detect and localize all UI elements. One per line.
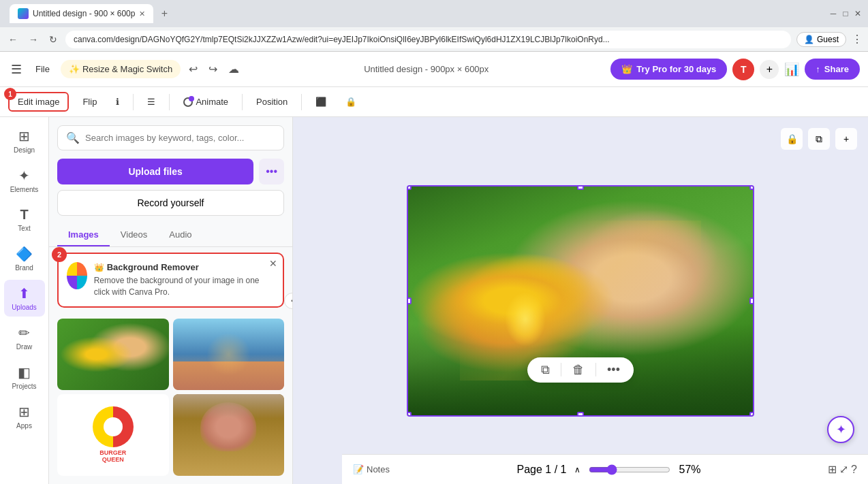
left-sidebar: ⊞ Design ✦ Elements T Text 🔷 Brand ⬆ Upl… [0, 117, 49, 484]
image-thumb-4[interactable] [173, 394, 285, 476]
forward-btn[interactable]: → [26, 31, 41, 48]
bg-card-text: 👑 Background Remover Remove the backgrou… [94, 262, 275, 298]
step2-badge: 2 [52, 247, 67, 262]
align-btn[interactable]: ☰ [142, 93, 161, 110]
panel-tabs: Images Videos Audio [49, 224, 292, 247]
canvas-add-page-btn[interactable]: + [835, 128, 857, 150]
close-btn[interactable]: ✕ [853, 9, 863, 18]
minimize-btn[interactable]: ─ [828, 9, 838, 18]
sidebar-item-draw[interactable]: ✏ Draw [4, 319, 45, 356]
sidebar-label-brand: Brand [15, 264, 33, 272]
new-tab-btn[interactable]: + [156, 5, 172, 22]
plus-btn[interactable]: + [760, 60, 779, 79]
sidebar-item-uploads[interactable]: ⬆ Uploads [4, 280, 45, 317]
sidebar-item-elements[interactable]: ✦ Elements [4, 162, 45, 199]
window-controls: ─ □ ✕ [828, 9, 863, 18]
sidebar-item-apps[interactable]: ⊞ Apps [4, 398, 45, 435]
image-thumb-3[interactable]: BURGERQUEEN [57, 394, 169, 476]
grid-view-btn[interactable]: ⊞ [828, 463, 837, 476]
refresh-btn[interactable]: ↻ [46, 31, 60, 48]
image-thumb-1[interactable] [57, 319, 169, 390]
handle-ml[interactable] [407, 297, 412, 304]
tab-close-btn[interactable]: ✕ [139, 10, 145, 18]
back-btn[interactable]: ← [5, 31, 20, 48]
flip-btn[interactable]: Flip [77, 93, 102, 110]
address-input[interactable] [65, 31, 791, 48]
magic-switch-btn[interactable]: ✨ Resize & Magic Switch [61, 60, 181, 78]
search-box[interactable]: 🔍 [57, 125, 284, 150]
info-btn[interactable]: ℹ [110, 93, 125, 110]
handle-tr[interactable] [749, 185, 754, 190]
notes-label: Notes [367, 464, 390, 474]
cloud-btn[interactable]: ☁ [226, 60, 242, 78]
toolbar-divider4 [301, 94, 302, 110]
sidebar-label-projects: Projects [12, 383, 36, 390]
image-thumb-2[interactable] [173, 319, 285, 390]
undo-btn[interactable]: ↩ [186, 60, 200, 78]
tab-title: Untitled design - 900 × 600p [33, 9, 135, 18]
uploads-icon: ⬆ [18, 285, 30, 302]
canvas-more-btn[interactable]: ••• [607, 363, 620, 377]
edit-image-btn[interactable]: 1 Edit image [8, 92, 69, 112]
tab-audio[interactable]: Audio [158, 224, 202, 246]
pro-btn[interactable]: 👑 Try Pro for 30 days [610, 59, 727, 80]
draw-icon: ✏ [18, 325, 30, 341]
projects-icon: ◧ [18, 364, 31, 381]
prev-page-btn[interactable]: ∧ [574, 465, 580, 474]
tab-images[interactable]: Images [57, 224, 110, 246]
animate-btn[interactable]: Animate [178, 93, 234, 110]
guest-label: Guest [817, 35, 839, 44]
active-tab[interactable]: Untitled design - 900 × 600p ✕ [10, 4, 153, 23]
close-bg-card-btn[interactable]: ✕ [269, 258, 277, 269]
help-btn[interactable]: ? [851, 463, 857, 476]
upload-more-btn[interactable]: ••• [259, 159, 284, 184]
panel-collapse-btn[interactable]: ‹ [284, 293, 293, 309]
zoom-slider[interactable] [589, 464, 670, 475]
sidebar-item-brand[interactable]: 🔷 Brand [4, 240, 45, 277]
redo-btn[interactable]: ↪ [206, 60, 220, 78]
zoom-percent: 57% [679, 464, 700, 476]
uploads-panel: 🔍 Upload files ••• Record yourself Image… [49, 117, 293, 484]
canvas-controls-top: 🔒 ⧉ + [781, 128, 857, 150]
maximize-btn[interactable]: □ [841, 9, 850, 18]
sidebar-item-text[interactable]: T Text [4, 201, 45, 238]
handle-bc[interactable] [577, 412, 584, 417]
upload-files-btn[interactable]: Upload files [57, 159, 253, 184]
canvas-delete-btn[interactable]: 🗑 [572, 363, 585, 377]
stats-btn[interactable]: 📊 [784, 62, 799, 77]
light-bulb-element [505, 292, 546, 346]
fullscreen-btn[interactable]: ⤢ [839, 463, 848, 476]
edit-toolbar: 1 Edit image Flip ℹ ☰ Animate Position ⬛… [0, 87, 868, 117]
share-btn[interactable]: ↑ Share [805, 59, 860, 80]
crown-icon: 👑 [621, 64, 632, 74]
tab-videos[interactable]: Videos [110, 224, 159, 246]
avatar-btn[interactable]: T [732, 59, 754, 80]
position-btn[interactable]: Position [251, 93, 293, 110]
transparency-btn[interactable]: ⬛ [310, 93, 332, 110]
notes-btn[interactable]: 📝 Notes [353, 464, 390, 474]
lock-btn[interactable]: 🔒 [340, 93, 362, 110]
handle-bl[interactable] [407, 412, 412, 417]
search-icon: 🔍 [66, 131, 80, 144]
canvas-lock-btn[interactable]: 🔒 [781, 128, 803, 150]
canvas-copy-action-btn[interactable]: ⧉ [541, 363, 550, 377]
handle-mr[interactable] [749, 297, 754, 304]
ai-fab-icon: ✦ [836, 422, 846, 437]
guest-btn[interactable]: 👤 Guest [796, 32, 846, 47]
browser-menu-btn[interactable]: ⋮ [852, 33, 863, 46]
view-buttons: ⊞ ⤢ ? [828, 463, 857, 476]
handle-br[interactable] [749, 412, 754, 417]
file-btn[interactable]: File [30, 61, 55, 77]
bg-remover-description: Remove the background of your image in o… [94, 275, 275, 298]
canvas-copy-btn[interactable]: ⧉ [808, 128, 830, 150]
sidebar-item-projects[interactable]: ◧ Projects [4, 359, 45, 396]
toolbar-divider2 [169, 94, 170, 110]
ai-fab-btn[interactable]: ✦ [827, 416, 854, 443]
hamburger-btn[interactable]: ☰ [8, 59, 25, 80]
search-input[interactable] [85, 133, 275, 143]
handle-tl[interactable] [407, 185, 412, 190]
toolbar-divider3 [242, 94, 243, 110]
record-yourself-btn[interactable]: Record yourself [57, 190, 284, 216]
sidebar-item-design[interactable]: ⊞ Design [4, 123, 45, 159]
handle-tc[interactable] [577, 185, 584, 190]
